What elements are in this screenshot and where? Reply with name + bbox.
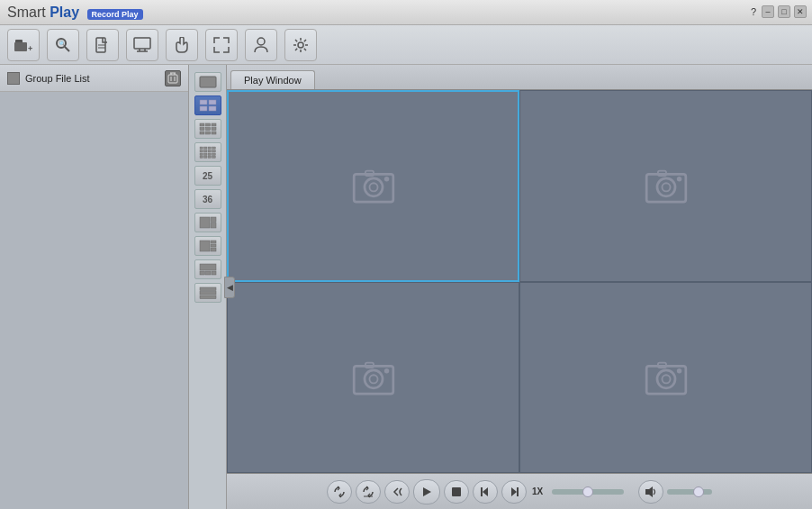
svg-rect-60 <box>205 271 211 275</box>
layout-1x1-button[interactable] <box>194 72 221 92</box>
play-button[interactable] <box>413 479 440 504</box>
svg-rect-27 <box>205 123 210 126</box>
prev-frame-button[interactable] <box>473 480 498 504</box>
camera-icon-1 <box>352 168 395 204</box>
svg-rect-61 <box>212 271 216 275</box>
svg-marker-88 <box>483 487 488 496</box>
svg-rect-48 <box>203 156 207 159</box>
svg-rect-41 <box>208 150 212 153</box>
add-file-button[interactable]: + <box>7 29 40 61</box>
svg-rect-38 <box>212 147 215 150</box>
svg-rect-46 <box>212 153 215 156</box>
svg-point-66 <box>365 178 383 196</box>
svg-rect-52 <box>211 217 216 223</box>
minimize-button[interactable]: – <box>762 5 774 18</box>
svg-rect-35 <box>200 147 203 150</box>
svg-rect-89 <box>481 487 483 496</box>
svg-marker-92 <box>645 486 653 497</box>
monitor-button[interactable] <box>126 29 158 61</box>
svg-rect-32 <box>200 132 204 134</box>
svg-rect-91 <box>517 487 519 496</box>
play-area: Play Window <box>227 65 812 509</box>
settings-button[interactable] <box>284 29 317 61</box>
grid-cell-1[interactable] <box>227 90 519 282</box>
svg-rect-42 <box>212 150 215 153</box>
layout-3x3-button[interactable] <box>194 119 221 139</box>
layout-panel: 25 36 ◀ <box>189 65 227 509</box>
hand-button[interactable] <box>166 29 198 61</box>
svg-rect-39 <box>200 150 203 153</box>
volume-thumb[interactable] <box>693 486 704 497</box>
volume-section <box>638 480 712 504</box>
stop-button[interactable] <box>444 480 469 504</box>
layout-custom3-button[interactable] <box>194 259 221 279</box>
svg-rect-26 <box>200 123 204 126</box>
layout-custom4-button[interactable] <box>194 283 221 303</box>
svg-rect-15 <box>168 75 177 83</box>
sidebar-file-list <box>0 92 188 509</box>
layout-25-button[interactable]: 25 <box>194 166 221 186</box>
seek-thumb[interactable] <box>582 486 593 497</box>
svg-text:🔍: 🔍 <box>59 40 67 48</box>
svg-rect-53 <box>211 223 216 229</box>
svg-point-67 <box>369 184 377 192</box>
svg-point-74 <box>676 177 681 181</box>
file-button[interactable] <box>86 29 119 61</box>
svg-point-71 <box>657 178 675 196</box>
resize-button[interactable] <box>205 29 238 61</box>
maximize-button[interactable]: □ <box>778 5 790 18</box>
svg-point-69 <box>383 177 388 181</box>
help-button[interactable]: ? <box>751 6 756 17</box>
main-area: Group File List <box>0 65 812 509</box>
group-file-label: Group File List <box>25 73 159 84</box>
svg-rect-21 <box>200 77 216 87</box>
svg-rect-49 <box>208 156 212 159</box>
svg-rect-9 <box>134 38 150 49</box>
grid-cell-4[interactable] <box>519 282 812 474</box>
sync-button[interactable] <box>327 480 352 504</box>
svg-marker-86 <box>423 487 431 496</box>
svg-rect-30 <box>205 128 210 131</box>
play-window-tab[interactable]: Play Window <box>230 70 315 89</box>
playback-bar: 1X <box>227 473 812 509</box>
group-file-checkbox[interactable] <box>7 72 20 85</box>
sync2-button[interactable] <box>356 480 381 504</box>
svg-rect-54 <box>200 241 210 251</box>
next-frame-button[interactable] <box>501 480 527 504</box>
record-play-badge: Record Play <box>87 9 143 20</box>
app-title-smart: Smart <box>7 5 46 20</box>
volume-button[interactable] <box>638 480 663 504</box>
collapse-panel-button[interactable]: ◀ <box>224 277 235 298</box>
svg-point-14 <box>298 42 303 48</box>
search-button[interactable]: 🔍 <box>47 29 79 61</box>
layout-36-button[interactable]: 36 <box>194 189 221 209</box>
app-logo: Smart Play Record Play <box>7 5 143 21</box>
svg-rect-1 <box>14 42 27 51</box>
svg-rect-51 <box>200 217 210 228</box>
camera-icon-3 <box>352 359 395 395</box>
person-button[interactable] <box>245 29 277 61</box>
play-tab-bar: Play Window <box>227 65 812 90</box>
svg-rect-56 <box>211 244 216 247</box>
svg-rect-64 <box>200 295 216 299</box>
svg-rect-47 <box>200 156 203 159</box>
volume-bar[interactable] <box>667 489 712 495</box>
svg-rect-40 <box>203 150 207 153</box>
seek-bar[interactable] <box>552 489 624 495</box>
titlebar-controls: ? – □ ✕ <box>751 5 807 18</box>
layout-custom2-button[interactable] <box>194 236 221 256</box>
rewind-button[interactable] <box>384 480 410 504</box>
grid-cell-2[interactable] <box>519 90 812 282</box>
layout-custom1-button[interactable] <box>194 213 221 232</box>
svg-rect-34 <box>212 132 216 134</box>
svg-rect-22 <box>200 100 207 105</box>
svg-rect-36 <box>203 147 207 150</box>
svg-line-4 <box>65 47 69 51</box>
svg-rect-87 <box>452 487 461 496</box>
svg-point-77 <box>369 375 377 383</box>
layout-2x2-button[interactable] <box>194 95 221 115</box>
grid-cell-3[interactable] <box>227 282 519 474</box>
layout-4x4-button[interactable] <box>194 142 221 162</box>
group-file-delete-button[interactable] <box>165 70 181 86</box>
close-button[interactable]: ✕ <box>794 5 807 18</box>
